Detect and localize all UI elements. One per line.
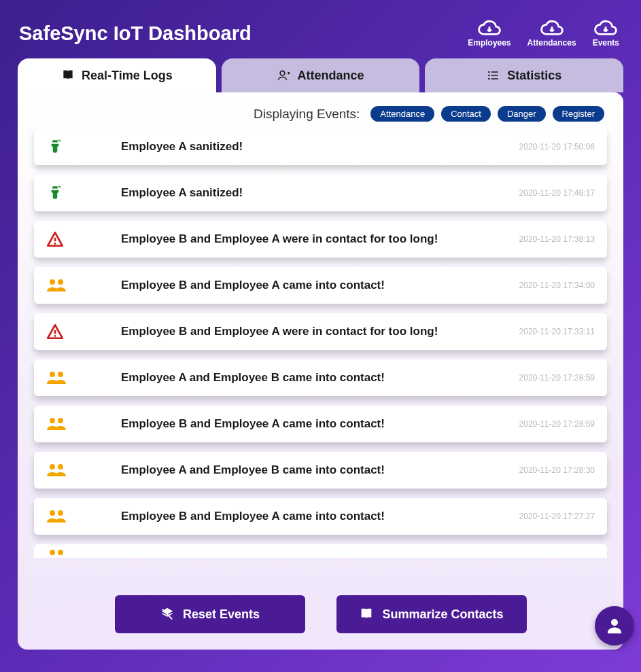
svg-point-3 <box>488 78 490 80</box>
log-message: Employee B and Employee A came into cont… <box>73 510 519 523</box>
sanitize-icon <box>46 184 64 202</box>
link-label: Events <box>593 38 619 48</box>
chip-contact[interactable]: Contact <box>441 106 491 122</box>
log-timestamp: 2020-11-20 17:28:59 <box>519 373 595 383</box>
action-row: Reset Events Summarize Contacts <box>18 586 623 650</box>
tab-statistics[interactable]: Statistics <box>425 58 623 92</box>
page-title: SafeSync IoT Dashboard <box>19 22 252 45</box>
log-timestamp: 2020-11-20 17:34:00 <box>519 281 595 290</box>
svg-point-4 <box>54 243 56 245</box>
log-timestamp: 2020-11-20 17:28:30 <box>519 465 595 475</box>
header: SafeSync IoT Dashboard Employees Attenda… <box>0 0 641 58</box>
svg-point-17 <box>58 550 63 555</box>
button-label: Summarize Contacts <box>382 607 503 622</box>
people-icon <box>46 463 67 478</box>
log-message: Employee A sanitized! <box>73 140 519 154</box>
tab-label: Statistics <box>507 69 561 83</box>
log-icon-wrap <box>46 184 73 202</box>
chip-register[interactable]: Register <box>553 106 604 122</box>
profile-fab[interactable] <box>595 606 634 646</box>
svg-point-16 <box>50 550 55 555</box>
svg-point-8 <box>50 372 55 377</box>
log-icon-wrap <box>46 509 73 524</box>
log-list[interactable]: Employee A sanitized!2020-11-20 17:50:06… <box>18 128 623 586</box>
reset-events-button[interactable]: Reset Events <box>115 595 305 633</box>
people-icon <box>46 278 67 293</box>
log-icon-wrap <box>46 323 73 340</box>
svg-point-7 <box>54 335 56 337</box>
log-item[interactable] <box>34 544 607 558</box>
tab-real-time-logs[interactable]: Real-Time Logs <box>18 58 216 92</box>
tab-attendance[interactable]: Attendance <box>222 58 420 92</box>
log-item[interactable]: Employee B and Employee A came into cont… <box>34 267 607 304</box>
link-label: Attendances <box>527 38 576 48</box>
log-timestamp: 2020-11-20 17:46:17 <box>519 188 595 198</box>
log-message: Employee B and Employee A came into cont… <box>73 417 519 431</box>
download-events-link[interactable]: Events <box>593 19 619 48</box>
svg-point-5 <box>50 279 55 285</box>
log-timestamp: 2020-11-20 17:27:27 <box>519 512 595 521</box>
log-item[interactable]: Employee A sanitized!2020-11-20 17:46:17 <box>34 175 607 211</box>
cloud-download-icon <box>594 19 617 38</box>
people-icon <box>46 509 67 524</box>
svg-point-13 <box>58 464 63 470</box>
book-icon <box>61 69 75 82</box>
list-icon <box>487 69 500 82</box>
log-timestamp: 2020-11-20 17:33:11 <box>519 327 595 336</box>
svg-point-9 <box>58 372 63 377</box>
download-employees-link[interactable]: Employees <box>468 19 510 48</box>
svg-point-2 <box>488 75 490 77</box>
summarize-contacts-button[interactable]: Summarize Contacts <box>336 595 527 633</box>
svg-point-1 <box>488 71 490 73</box>
log-icon-wrap <box>46 278 73 293</box>
log-icon-wrap <box>46 463 73 478</box>
log-item[interactable]: Employee A and Employee B came into cont… <box>34 452 607 489</box>
filter-label: Displaying Events: <box>254 107 360 122</box>
log-icon-wrap <box>46 548 73 558</box>
log-icon-wrap <box>46 370 73 385</box>
log-message: Employee B and Employee A were in contac… <box>73 232 519 246</box>
chip-attendance[interactable]: Attendance <box>370 106 434 122</box>
warning-icon <box>46 230 64 248</box>
content: Real-Time Logs Attendance Statistics Dis… <box>0 58 641 650</box>
log-item[interactable]: Employee B and Employee A were in contac… <box>34 313 607 350</box>
book-icon <box>359 607 374 622</box>
log-timestamp: 2020-11-20 17:50:06 <box>519 142 595 152</box>
person-add-icon <box>277 69 291 82</box>
log-message: Employee B and Employee A came into cont… <box>73 279 519 292</box>
log-item[interactable]: Employee B and Employee A came into cont… <box>34 498 607 535</box>
log-icon-wrap <box>46 138 73 156</box>
download-attendances-link[interactable]: Attendances <box>527 19 576 48</box>
log-message: Employee A and Employee B came into cont… <box>73 371 519 385</box>
svg-point-14 <box>50 510 55 516</box>
sanitize-icon <box>46 138 64 156</box>
svg-point-18 <box>611 619 618 626</box>
layers-clear-icon <box>160 607 175 622</box>
warning-icon <box>46 323 64 340</box>
people-icon <box>46 417 67 431</box>
svg-point-15 <box>58 510 63 516</box>
svg-point-0 <box>280 71 285 75</box>
log-item[interactable]: Employee B and Employee A were in contac… <box>34 221 607 258</box>
svg-point-6 <box>58 279 63 285</box>
log-panel: Displaying Events: Attendance Contact Da… <box>18 92 623 650</box>
chip-danger[interactable]: Danger <box>498 106 546 122</box>
log-item[interactable]: Employee B and Employee A came into cont… <box>34 406 607 442</box>
header-links: Employees Attendances Events <box>468 19 619 48</box>
log-timestamp: 2020-11-20 17:38:13 <box>519 234 595 244</box>
tab-label: Real-Time Logs <box>82 69 173 83</box>
tab-label: Attendance <box>298 69 364 83</box>
people-icon <box>46 548 67 558</box>
log-message: Employee A sanitized! <box>73 186 519 200</box>
log-icon-wrap <box>46 417 73 431</box>
link-label: Employees <box>468 38 510 48</box>
log-timestamp: 2020-11-20 17:28:59 <box>519 419 595 429</box>
tabs: Real-Time Logs Attendance Statistics <box>18 58 623 92</box>
log-icon-wrap <box>46 230 73 248</box>
log-item[interactable]: Employee A sanitized!2020-11-20 17:50:06 <box>34 128 607 165</box>
log-item[interactable]: Employee A and Employee B came into cont… <box>34 359 607 396</box>
button-label: Reset Events <box>183 607 260 622</box>
cloud-download-icon <box>478 19 501 38</box>
log-message: Employee A and Employee B came into cont… <box>73 463 519 477</box>
svg-point-10 <box>50 418 55 423</box>
